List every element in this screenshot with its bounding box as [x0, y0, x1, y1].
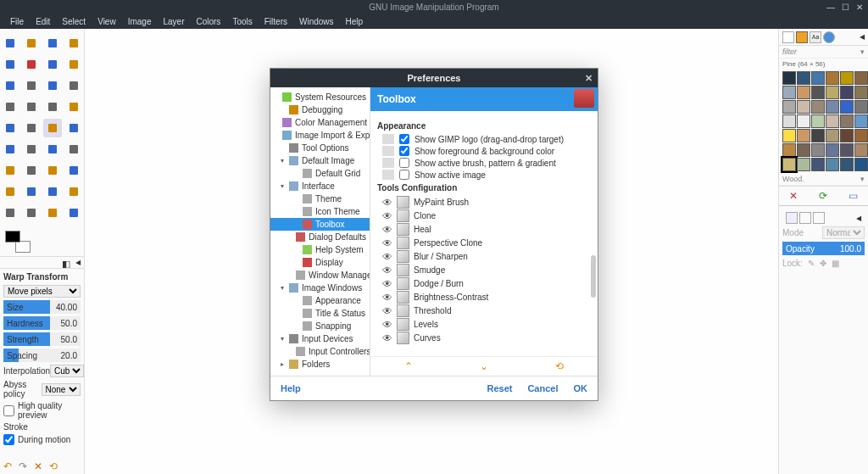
tool-config-row[interactable]: 👁Dodge / Burn: [382, 277, 591, 290]
tool-label: Threshold: [414, 306, 451, 315]
pref-tree-folders[interactable]: ▸Folders: [270, 358, 370, 371]
pref-tree-default-grid[interactable]: Default Grid: [270, 167, 370, 180]
tool-icon: [397, 223, 409, 236]
tool-label: Clone: [414, 211, 436, 220]
appearance-section-title: Appearance: [377, 121, 591, 131]
appearance-checkbox[interactable]: [399, 158, 409, 168]
pref-tree-image-windows[interactable]: ▾Image Windows: [270, 282, 370, 294]
reset-button[interactable]: Reset: [487, 383, 512, 393]
tool-config-row[interactable]: 👁Curves: [382, 332, 591, 344]
dialog-close-icon[interactable]: ✕: [585, 73, 593, 84]
option-icon: [382, 134, 394, 144]
visibility-toggle-icon[interactable]: 👁: [382, 319, 392, 331]
pref-tree-icon-theme[interactable]: Icon Theme: [270, 205, 370, 218]
pref-tree-display[interactable]: Display: [270, 256, 370, 269]
pref-tree-help-system[interactable]: Help System: [270, 243, 370, 256]
cancel-button[interactable]: Cancel: [527, 383, 558, 393]
pref-tree-window-management[interactable]: Window Management: [270, 269, 370, 282]
tool-config-row[interactable]: 👁Brightness-Contrast: [382, 291, 591, 304]
tool-label: Blur / Sharpen: [414, 252, 468, 261]
dialog-backdrop: Preferences ✕ System ResourcesDebuggingC…: [0, 0, 868, 474]
pref-tree-debugging[interactable]: Debugging: [270, 103, 370, 116]
appearance-checkbox[interactable]: [399, 146, 409, 156]
tool-icon: [397, 277, 409, 290]
tool-label: Perspective Clone: [414, 238, 482, 248]
visibility-toggle-icon[interactable]: 👁: [382, 224, 392, 236]
tool-icon: [397, 264, 409, 276]
visibility-toggle-icon[interactable]: 👁: [382, 292, 392, 304]
pref-tree-color-management[interactable]: Color Management: [270, 116, 370, 129]
dialog-title: Preferences: [408, 73, 461, 83]
preferences-content: Toolbox Appearance Show GIMP logo (drag-…: [370, 87, 598, 376]
tool-icon: [397, 291, 409, 304]
option-icon: [382, 170, 394, 180]
tool-config-row[interactable]: 👁Smudge: [382, 264, 591, 276]
pref-tree-tool-options[interactable]: Tool Options: [270, 142, 370, 154]
dialog-title-bar: Preferences ✕: [270, 69, 598, 87]
tool-icon: [397, 332, 409, 344]
pref-tree-default-image[interactable]: ▾Default Image: [270, 154, 370, 167]
pref-tree-dialog-defaults[interactable]: Dialog Defaults: [270, 231, 370, 243]
tool-label: Dodge / Burn: [414, 279, 464, 288]
tool-icon: [397, 304, 409, 317]
pref-tree-interface[interactable]: ▾Interface: [270, 180, 370, 192]
preferences-page-header: Toolbox: [370, 87, 598, 111]
visibility-toggle-icon[interactable]: 👁: [382, 197, 392, 209]
pref-tree-snapping[interactable]: Snapping: [270, 320, 370, 332]
pref-tree-system-resources[interactable]: System Resources: [270, 91, 370, 103]
dialog-footer: Help Reset Cancel OK: [270, 376, 598, 400]
preferences-tree: System ResourcesDebuggingColor Managemen…: [270, 87, 370, 376]
tool-config-row[interactable]: 👁Levels: [382, 318, 591, 331]
pref-tree-title-status[interactable]: Title & Status: [270, 307, 370, 320]
preferences-dialog: Preferences ✕ System ResourcesDebuggingC…: [270, 68, 598, 401]
help-button[interactable]: Help: [281, 383, 301, 393]
visibility-toggle-icon[interactable]: 👁: [382, 210, 392, 222]
tool-label: Curves: [414, 333, 441, 343]
pref-tree-image-import-export[interactable]: Image Import & Export: [270, 129, 370, 142]
tool-icon: [397, 237, 409, 249]
pref-tree-toolbox[interactable]: Toolbox: [270, 218, 370, 231]
appearance-option: Show active image: [382, 170, 591, 180]
scrollbar-thumb[interactable]: [591, 255, 596, 298]
tool-label: Levels: [414, 320, 438, 329]
tools-config-section-title: Tools Configuration: [377, 183, 591, 192]
visibility-toggle-icon[interactable]: 👁: [382, 278, 392, 290]
tool-config-row[interactable]: 👁MyPaint Brush: [382, 196, 591, 209]
tool-icon: [397, 250, 409, 263]
pref-tree-input-controllers[interactable]: Input Controllers: [270, 345, 370, 358]
option-icon: [382, 158, 394, 168]
appearance-option: Show active brush, pattern & gradient: [382, 158, 591, 168]
tool-config-row[interactable]: 👁Perspective Clone: [382, 237, 591, 249]
ok-button[interactable]: OK: [574, 383, 588, 393]
tool-icon: [397, 318, 409, 331]
pref-tree-appearance[interactable]: Appearance: [270, 294, 370, 307]
toolbox-header-icon: [574, 89, 594, 108]
tool-config-row[interactable]: 👁Heal: [382, 223, 591, 236]
pref-tree-theme[interactable]: Theme: [270, 192, 370, 205]
visibility-toggle-icon[interactable]: 👁: [382, 237, 392, 249]
tool-config-row[interactable]: 👁Blur / Sharpen: [382, 250, 591, 263]
tool-label: Heal: [414, 225, 431, 234]
tool-label: Smudge: [414, 265, 445, 275]
reset-tools-icon[interactable]: ⟲: [555, 360, 564, 372]
pref-tree-input-devices[interactable]: ▾Input Devices: [270, 332, 370, 345]
visibility-toggle-icon[interactable]: 👁: [382, 332, 392, 344]
tool-config-row[interactable]: 👁Clone: [382, 209, 591, 222]
move-down-icon[interactable]: ⌄: [480, 360, 488, 372]
tool-label: MyPaint Brush: [414, 198, 469, 207]
appearance-option: Show GIMP logo (drag-and-drop target): [382, 134, 591, 144]
move-up-icon[interactable]: ⌃: [404, 360, 413, 372]
visibility-toggle-icon[interactable]: 👁: [382, 305, 392, 317]
tool-label: Brightness-Contrast: [414, 293, 488, 302]
visibility-toggle-icon[interactable]: 👁: [382, 251, 392, 263]
tool-icon: [397, 196, 409, 209]
appearance-checkbox[interactable]: [399, 170, 409, 180]
option-icon: [382, 146, 394, 156]
tools-reorder-bar: ⌃ ⌄ ⟲: [370, 356, 598, 376]
tool-config-row[interactable]: 👁Threshold: [382, 304, 591, 317]
appearance-checkbox[interactable]: [399, 134, 409, 144]
visibility-toggle-icon[interactable]: 👁: [382, 265, 392, 276]
tool-icon: [397, 209, 409, 222]
appearance-option: Show foreground & background color: [382, 146, 591, 156]
